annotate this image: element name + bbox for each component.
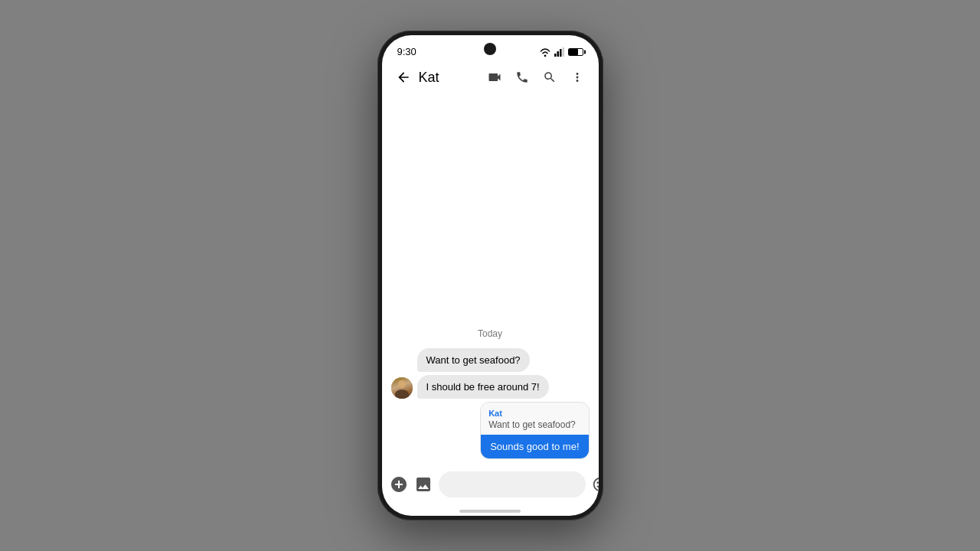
reply-quote: Kat Want to get seafood? <box>481 403 588 435</box>
phone-screen: 9:30 <box>382 35 599 516</box>
reply-main-text: Sounds good to me! <box>481 435 588 458</box>
avatar-image <box>391 377 413 399</box>
avatar <box>391 377 413 399</box>
app-bar-actions <box>482 65 590 90</box>
message-input[interactable] <box>439 471 586 497</box>
svg-rect-0 <box>554 54 557 57</box>
status-icons <box>539 47 583 57</box>
signal-icon <box>554 47 565 57</box>
search-button[interactable] <box>537 65 562 90</box>
svg-rect-2 <box>560 49 562 57</box>
message-area: Today Want to get seafood? I should be f… <box>382 96 599 465</box>
video-call-button[interactable] <box>482 65 507 90</box>
media-button[interactable] <box>414 472 433 497</box>
svg-rect-1 <box>557 51 559 57</box>
message-row: I should be free around 7! <box>391 375 590 399</box>
incoming-message-2: I should be free around 7! <box>417 375 549 399</box>
reply-quote-author: Kat <box>488 409 580 418</box>
app-bar: Kat <box>382 62 599 96</box>
more-options-button[interactable] <box>565 65 590 90</box>
status-time: 9:30 <box>397 46 416 57</box>
camera-notch <box>484 43 496 55</box>
home-indicator <box>459 510 521 513</box>
add-attachment-button[interactable] <box>390 472 408 497</box>
messages-container: Want to get seafood? I should be free ar… <box>391 348 590 459</box>
phone-shell: 9:30 <box>377 31 603 520</box>
battery-icon <box>568 48 583 56</box>
battery-fill <box>569 49 579 55</box>
wifi-icon <box>539 47 551 57</box>
date-divider: Today <box>391 328 590 339</box>
contact-name: Kat <box>419 70 482 86</box>
back-button[interactable] <box>391 65 416 90</box>
reply-quote-text: Want to get seafood? <box>488 419 580 430</box>
emoji-button[interactable] <box>592 472 599 497</box>
reply-bubble: Kat Want to get seafood? Sounds good to … <box>480 402 589 459</box>
incoming-message-1: Want to get seafood? <box>417 348 530 372</box>
phone-call-button[interactable] <box>510 65 534 90</box>
svg-rect-3 <box>562 47 564 57</box>
message-row: Want to get seafood? <box>391 348 590 372</box>
reply-bubble-container: Kat Want to get seafood? Sounds good to … <box>480 402 589 459</box>
bottom-bar <box>382 465 599 510</box>
